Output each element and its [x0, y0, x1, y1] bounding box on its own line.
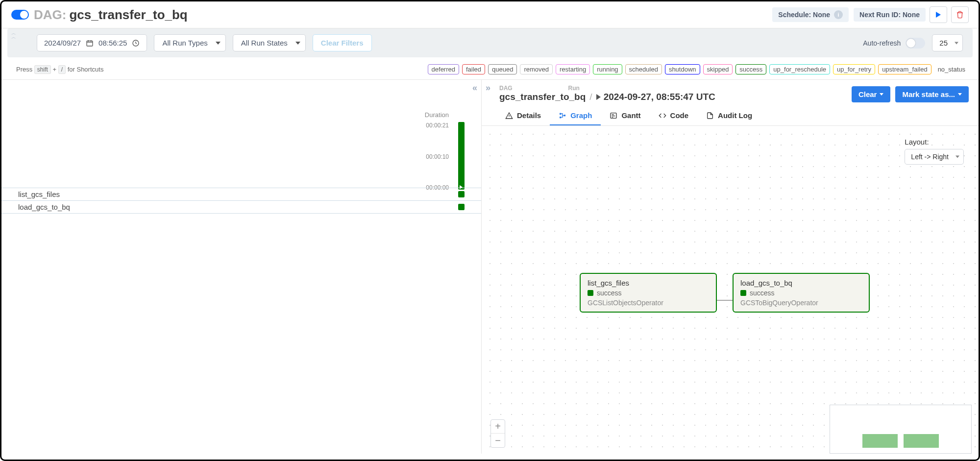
next-run-pill: Next Run ID: None [854, 8, 926, 22]
node-status: success [750, 289, 775, 297]
minimap-node [904, 434, 939, 448]
mark-state-button[interactable]: Mark state as... [895, 86, 969, 102]
legend-success[interactable]: success [735, 64, 766, 74]
svg-rect-2 [560, 113, 561, 114]
dag-name: gcs_transfer_to_bq [69, 7, 187, 23]
graph-node-load-gcs-to-bq[interactable]: load_gcs_to_bq success GCSToBigQueryOper… [733, 273, 870, 313]
kbd-shift: shift [34, 65, 51, 74]
task-row-load-gcs-to-bq[interactable]: load_gcs_to_bq [1, 200, 481, 214]
run-state-value: All Run States [241, 39, 288, 47]
task-instance-square[interactable] [458, 204, 465, 210]
legend-no-status[interactable]: no_status [934, 65, 969, 74]
num-runs-select[interactable]: 25 [932, 34, 963, 51]
duration-tick: 00:00:10 [426, 153, 449, 160]
dag-pause-toggle[interactable] [11, 10, 29, 20]
graph-icon [559, 112, 566, 120]
calendar-icon [86, 39, 94, 47]
zoom-out-button[interactable]: − [491, 434, 505, 447]
main-content: « Duration 00:00:21 00:00:10 00:00:00 li… [1, 80, 979, 454]
bc-dag-name[interactable]: gcs_transfer_to_bq [499, 92, 586, 102]
layout-select[interactable]: Left -> Right [905, 149, 964, 165]
node-title: load_gcs_to_bq [740, 279, 861, 287]
expand-detail-icon[interactable]: » [486, 83, 490, 93]
run-state-select[interactable]: All Run States [233, 34, 306, 51]
bc-run-label: Run [568, 85, 580, 92]
time-value: 08:56:25 [98, 39, 127, 47]
kbd-slash: / [58, 65, 66, 74]
tab-graph[interactable]: Graph [550, 106, 601, 125]
task-name: list_gcs_files [18, 190, 60, 198]
svg-rect-4 [564, 115, 565, 116]
clear-filters-button[interactable]: Clear Filters [313, 34, 372, 51]
status-square-icon [740, 290, 746, 296]
run-type-select[interactable]: All Run Types [154, 34, 225, 51]
legend-up-for-retry[interactable]: up_for_retry [833, 64, 875, 74]
minimap-node [862, 434, 898, 448]
tab-audit-log[interactable]: Audit Log [697, 106, 761, 125]
gantt-icon [610, 112, 617, 120]
duration-label: Duration [425, 111, 449, 119]
duration-tick: 00:00:21 [426, 122, 449, 129]
filter-bar: ︿︿ 2024/09/27 08:56:25 All Run Types All… [7, 28, 973, 57]
graph-edge [717, 300, 733, 301]
svg-rect-3 [560, 117, 561, 118]
legend-queued[interactable]: queued [488, 64, 517, 74]
tab-gantt[interactable]: Gantt [601, 106, 649, 125]
legend-up-for-reschedule[interactable]: up_for_reschedule [769, 64, 830, 74]
clock-icon [132, 39, 140, 47]
dag-run-bar[interactable] [458, 122, 465, 190]
legend-shutdown[interactable]: shutdown [665, 64, 700, 74]
auto-refresh-toggle[interactable] [906, 38, 925, 49]
minimap[interactable] [830, 405, 972, 454]
status-square-icon [588, 290, 593, 296]
task-row-list-gcs-files[interactable]: list_gcs_files [1, 188, 481, 200]
chevron-down-icon [295, 42, 300, 45]
grid-panel: « Duration 00:00:21 00:00:10 00:00:00 li… [1, 80, 482, 454]
clear-button[interactable]: Clear [852, 86, 891, 102]
chevron-down-icon [956, 156, 959, 158]
chevron-down-icon [216, 42, 220, 45]
legend-skipped[interactable]: skipped [703, 64, 733, 74]
trigger-dag-button[interactable] [930, 6, 947, 23]
legend-restarting[interactable]: restarting [556, 64, 590, 74]
page-size-value: 25 [939, 39, 948, 47]
collapse-filter-icon[interactable]: ︿︿ [11, 31, 16, 39]
legend-upstream-failed[interactable]: upstream_failed [878, 64, 931, 74]
graph-node-list-gcs-files[interactable]: list_gcs_files success GCSListObjectsOpe… [580, 273, 717, 313]
date-value: 2024/09/27 [44, 39, 81, 47]
node-operator: GCSToBigQueryOperator [740, 299, 861, 307]
caret-down-icon [958, 93, 962, 96]
duration-chart: Duration 00:00:21 00:00:10 00:00:00 [1, 80, 481, 188]
task-name: load_gcs_to_bq [18, 203, 70, 211]
legend-deferred[interactable]: deferred [428, 64, 459, 74]
node-status: success [597, 289, 622, 297]
file-icon [706, 112, 714, 120]
tab-code[interactable]: Code [650, 106, 698, 125]
node-title: list_gcs_files [588, 279, 708, 287]
run-type-value: All Run Types [162, 39, 207, 47]
delete-dag-button[interactable] [951, 6, 969, 23]
bc-run-time[interactable]: 2024-09-27, 08:55:47 UTC [604, 92, 715, 102]
svg-rect-0 [87, 41, 93, 46]
legend-removed[interactable]: removed [520, 64, 553, 74]
dag-header: DAG: gcs_transfer_to_bq Schedule: None i… [1, 1, 979, 28]
legend-scheduled[interactable]: scheduled [625, 64, 662, 74]
legend-running[interactable]: running [593, 64, 622, 74]
base-date-input[interactable]: 2024/09/27 08:56:25 [37, 34, 147, 51]
layout-value: Left -> Right [911, 153, 949, 161]
dag-label: DAG: [34, 7, 66, 23]
info-icon[interactable]: i [834, 10, 843, 19]
play-icon [936, 12, 941, 18]
bc-dag-label: DAG [499, 85, 513, 92]
tab-details[interactable]: Details [496, 106, 550, 125]
warning-icon [505, 112, 513, 120]
layout-control: Layout: Left -> Right [905, 138, 964, 165]
zoom-in-button[interactable]: + [491, 420, 505, 434]
caret-down-icon [880, 93, 883, 96]
schedule-pill: Schedule: None i [772, 7, 849, 22]
task-instance-square[interactable] [458, 191, 465, 197]
schedule-text: Schedule: None [778, 11, 830, 19]
legend-failed[interactable]: failed [462, 64, 485, 74]
legend-row: Press shift + / for Shortcuts deferred f… [1, 61, 979, 80]
graph-canvas[interactable]: Layout: Left -> Right list_gcs_files suc… [482, 126, 979, 454]
